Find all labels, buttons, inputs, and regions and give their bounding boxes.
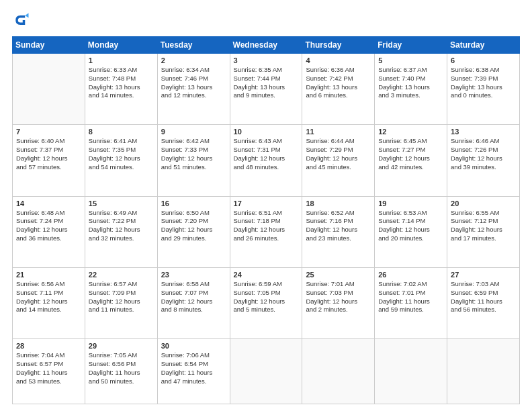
calendar-cell xyxy=(302,339,375,404)
week-row: 28Sunrise: 7:04 AM Sunset: 6:57 PM Dayli… xyxy=(13,339,520,404)
week-row: 7Sunrise: 6:40 AM Sunset: 7:37 PM Daylig… xyxy=(13,125,520,196)
calendar-cell: 28Sunrise: 7:04 AM Sunset: 6:57 PM Dayli… xyxy=(13,339,85,404)
cell-content: Sunrise: 6:37 AM Sunset: 7:40 PM Dayligh… xyxy=(378,66,443,100)
week-row: 14Sunrise: 6:48 AM Sunset: 7:24 PM Dayli… xyxy=(13,196,520,267)
calendar-cell: 15Sunrise: 6:49 AM Sunset: 7:22 PM Dayli… xyxy=(85,196,157,267)
calendar-cell: 29Sunrise: 7:05 AM Sunset: 6:56 PM Dayli… xyxy=(85,339,157,404)
logo xyxy=(12,11,34,30)
calendar-cell: 4Sunrise: 6:36 AM Sunset: 7:42 PM Daylig… xyxy=(302,54,375,125)
cell-content: Sunrise: 7:02 AM Sunset: 7:01 PM Dayligh… xyxy=(378,280,443,314)
cell-content: Sunrise: 6:59 AM Sunset: 7:05 PM Dayligh… xyxy=(234,280,299,314)
weekday-header: Saturday xyxy=(447,37,520,54)
calendar-cell: 16Sunrise: 6:50 AM Sunset: 7:20 PM Dayli… xyxy=(157,196,230,267)
day-number: 12 xyxy=(378,128,443,136)
calendar-table: SundayMondayTuesdayWednesdayThursdayFrid… xyxy=(12,36,520,404)
calendar-cell: 6Sunrise: 6:38 AM Sunset: 7:39 PM Daylig… xyxy=(447,54,520,125)
day-number: 7 xyxy=(16,128,81,136)
calendar-cell: 3Sunrise: 6:35 AM Sunset: 7:44 PM Daylig… xyxy=(230,54,302,125)
calendar-cell: 27Sunrise: 7:03 AM Sunset: 6:59 PM Dayli… xyxy=(447,267,520,338)
day-number: 4 xyxy=(306,56,371,64)
calendar-cell: 23Sunrise: 6:58 AM Sunset: 7:07 PM Dayli… xyxy=(157,267,230,338)
cell-content: Sunrise: 6:44 AM Sunset: 7:29 PM Dayligh… xyxy=(306,137,371,171)
weekday-header: Thursday xyxy=(302,37,375,54)
day-number: 8 xyxy=(89,128,154,136)
cell-content: Sunrise: 6:52 AM Sunset: 7:16 PM Dayligh… xyxy=(306,209,371,243)
day-number: 21 xyxy=(16,271,81,279)
calendar-cell: 13Sunrise: 6:46 AM Sunset: 7:26 PM Dayli… xyxy=(447,125,520,196)
calendar-cell: 2Sunrise: 6:34 AM Sunset: 7:46 PM Daylig… xyxy=(157,54,230,125)
cell-content: Sunrise: 6:56 AM Sunset: 7:11 PM Dayligh… xyxy=(16,280,81,314)
calendar-cell: 14Sunrise: 6:48 AM Sunset: 7:24 PM Dayli… xyxy=(13,196,85,267)
calendar-cell: 19Sunrise: 6:53 AM Sunset: 7:14 PM Dayli… xyxy=(375,196,447,267)
cell-content: Sunrise: 7:01 AM Sunset: 7:03 PM Dayligh… xyxy=(306,280,371,314)
day-number: 14 xyxy=(16,199,81,208)
cell-content: Sunrise: 7:05 AM Sunset: 6:56 PM Dayligh… xyxy=(89,351,154,385)
cell-content: Sunrise: 6:50 AM Sunset: 7:20 PM Dayligh… xyxy=(161,209,226,243)
cell-content: Sunrise: 7:06 AM Sunset: 6:54 PM Dayligh… xyxy=(161,351,226,385)
calendar-cell: 8Sunrise: 6:41 AM Sunset: 7:35 PM Daylig… xyxy=(85,125,157,196)
day-number: 19 xyxy=(378,199,443,208)
calendar-cell: 5Sunrise: 6:37 AM Sunset: 7:40 PM Daylig… xyxy=(375,54,447,125)
calendar-cell: 24Sunrise: 6:59 AM Sunset: 7:05 PM Dayli… xyxy=(230,267,302,338)
calendar-cell: 20Sunrise: 6:55 AM Sunset: 7:12 PM Dayli… xyxy=(447,196,520,267)
day-number: 22 xyxy=(89,271,154,279)
cell-content: Sunrise: 6:33 AM Sunset: 7:48 PM Dayligh… xyxy=(89,66,154,100)
cell-content: Sunrise: 6:46 AM Sunset: 7:26 PM Dayligh… xyxy=(451,137,516,171)
week-row: 21Sunrise: 6:56 AM Sunset: 7:11 PM Dayli… xyxy=(13,267,520,338)
weekday-header: Sunday xyxy=(13,37,85,54)
day-number: 10 xyxy=(234,128,299,136)
cell-content: Sunrise: 6:58 AM Sunset: 7:07 PM Dayligh… xyxy=(161,280,226,314)
day-number: 27 xyxy=(451,271,516,279)
day-number: 29 xyxy=(89,342,154,350)
cell-content: Sunrise: 6:45 AM Sunset: 7:27 PM Dayligh… xyxy=(378,137,443,171)
day-number: 25 xyxy=(306,271,371,279)
calendar-page: SundayMondayTuesdayWednesdayThursdayFrid… xyxy=(0,0,532,411)
day-number: 1 xyxy=(89,56,154,64)
day-number: 3 xyxy=(234,56,299,64)
cell-content: Sunrise: 6:42 AM Sunset: 7:33 PM Dayligh… xyxy=(161,137,226,171)
day-number: 28 xyxy=(16,342,81,350)
calendar-cell xyxy=(13,54,85,125)
cell-content: Sunrise: 6:43 AM Sunset: 7:31 PM Dayligh… xyxy=(234,137,299,171)
week-row: 1Sunrise: 6:33 AM Sunset: 7:48 PM Daylig… xyxy=(13,54,520,125)
cell-content: Sunrise: 7:03 AM Sunset: 6:59 PM Dayligh… xyxy=(451,280,516,314)
day-number: 9 xyxy=(161,128,226,136)
cell-content: Sunrise: 6:34 AM Sunset: 7:46 PM Dayligh… xyxy=(161,66,226,100)
calendar-cell: 18Sunrise: 6:52 AM Sunset: 7:16 PM Dayli… xyxy=(302,196,375,267)
cell-content: Sunrise: 7:04 AM Sunset: 6:57 PM Dayligh… xyxy=(16,351,81,385)
calendar-cell xyxy=(447,339,520,404)
weekday-header: Tuesday xyxy=(157,37,230,54)
cell-content: Sunrise: 6:51 AM Sunset: 7:18 PM Dayligh… xyxy=(234,209,299,243)
day-number: 24 xyxy=(234,271,299,279)
calendar-cell xyxy=(230,339,302,404)
day-number: 11 xyxy=(306,128,371,136)
logo-icon xyxy=(12,11,31,30)
calendar-cell: 9Sunrise: 6:42 AM Sunset: 7:33 PM Daylig… xyxy=(157,125,230,196)
cell-content: Sunrise: 6:55 AM Sunset: 7:12 PM Dayligh… xyxy=(451,209,516,243)
weekday-header: Friday xyxy=(375,37,447,54)
day-number: 16 xyxy=(161,199,226,208)
calendar-cell: 11Sunrise: 6:44 AM Sunset: 7:29 PM Dayli… xyxy=(302,125,375,196)
calendar-cell: 10Sunrise: 6:43 AM Sunset: 7:31 PM Dayli… xyxy=(230,125,302,196)
cell-content: Sunrise: 6:48 AM Sunset: 7:24 PM Dayligh… xyxy=(16,209,81,243)
cell-content: Sunrise: 6:53 AM Sunset: 7:14 PM Dayligh… xyxy=(378,209,443,243)
calendar-cell: 26Sunrise: 7:02 AM Sunset: 7:01 PM Dayli… xyxy=(375,267,447,338)
cell-content: Sunrise: 6:35 AM Sunset: 7:44 PM Dayligh… xyxy=(234,66,299,100)
calendar-cell xyxy=(375,339,447,404)
weekday-header: Monday xyxy=(85,37,157,54)
calendar-cell: 1Sunrise: 6:33 AM Sunset: 7:48 PM Daylig… xyxy=(85,54,157,125)
cell-content: Sunrise: 6:36 AM Sunset: 7:42 PM Dayligh… xyxy=(306,66,371,100)
weekday-header: Wednesday xyxy=(230,37,302,54)
weekday-header-row: SundayMondayTuesdayWednesdayThursdayFrid… xyxy=(13,37,520,54)
day-number: 26 xyxy=(378,271,443,279)
calendar-cell: 22Sunrise: 6:57 AM Sunset: 7:09 PM Dayli… xyxy=(85,267,157,338)
calendar-cell: 25Sunrise: 7:01 AM Sunset: 7:03 PM Dayli… xyxy=(302,267,375,338)
cell-content: Sunrise: 6:41 AM Sunset: 7:35 PM Dayligh… xyxy=(89,137,154,171)
calendar-cell: 7Sunrise: 6:40 AM Sunset: 7:37 PM Daylig… xyxy=(13,125,85,196)
day-number: 17 xyxy=(234,199,299,208)
day-number: 2 xyxy=(161,56,226,64)
day-number: 5 xyxy=(378,56,443,64)
day-number: 23 xyxy=(161,271,226,279)
cell-content: Sunrise: 6:40 AM Sunset: 7:37 PM Dayligh… xyxy=(16,137,81,171)
calendar-cell: 17Sunrise: 6:51 AM Sunset: 7:18 PM Dayli… xyxy=(230,196,302,267)
